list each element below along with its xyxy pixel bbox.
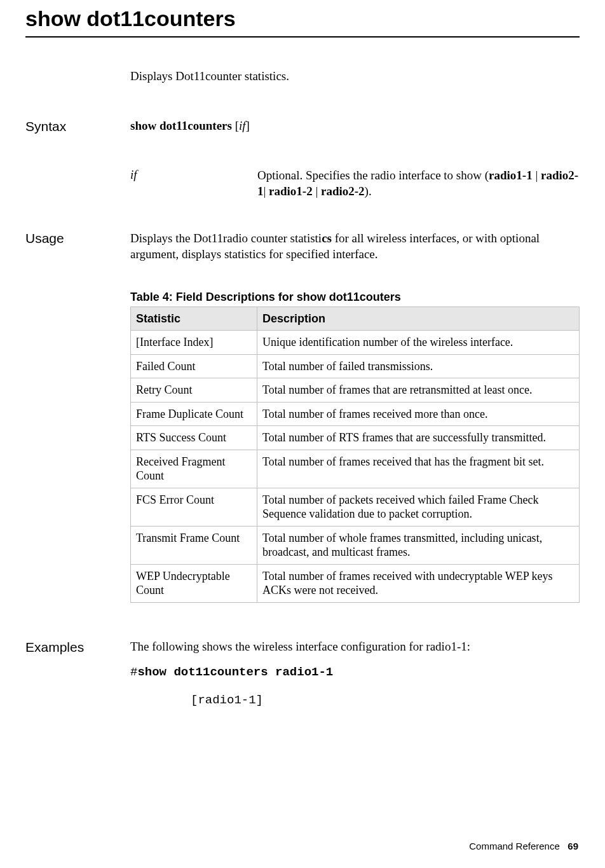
example-output-line: [radio1-1]: [191, 693, 580, 707]
param-name: if: [130, 168, 257, 182]
footer-text: Command Reference: [469, 841, 560, 851]
syntax-param-row: if Optional. Specifies the radio interfa…: [130, 168, 580, 199]
stat-cell: Received Fragment Count: [131, 450, 257, 488]
param-sep1: |: [533, 169, 541, 182]
table-row: WEP Undecryptable CountTotal number of f…: [131, 564, 580, 602]
examples-body: The following shows the wireless interfa…: [130, 640, 580, 707]
usage-label: Usage: [25, 231, 130, 246]
param-sep2: |: [264, 184, 269, 198]
desc-cell: Total number of frames that are retransm…: [257, 378, 580, 403]
param-desc-prefix: Optional. Specifies the radio interface …: [257, 169, 489, 182]
param-sep3: |: [313, 184, 321, 198]
title-rule: [25, 36, 580, 38]
syntax-body: show dot11counters [if] if Optional. Spe…: [130, 119, 580, 199]
table-header-statistic: Statistic: [131, 307, 257, 331]
stat-cell: RTS Success Count: [131, 426, 257, 450]
examples-label: Examples: [25, 640, 130, 655]
table-row: [Interface Index]Unique identification n…: [131, 331, 580, 355]
stat-cell: FCS Error Count: [131, 488, 257, 526]
desc-cell: Total number of frames received that has…: [257, 450, 580, 488]
stat-cell: Failed Count: [131, 354, 257, 378]
example-command: show dot11counters radio1-1: [137, 665, 333, 679]
usage-text-bold: cs: [322, 231, 332, 245]
stat-cell: Frame Duplicate Count: [131, 402, 257, 426]
desc-cell: Total number of whole frames transmitted…: [257, 526, 580, 564]
usage-text-before: Displays the Dot11radio counter statisti: [130, 231, 322, 245]
page-footer: Command Reference 69: [469, 841, 578, 851]
table-row: Frame Duplicate CountTotal number of fra…: [131, 402, 580, 426]
syntax-section: Syntax show dot11counters [if] if Option…: [25, 119, 580, 199]
example-command-line: #show dot11counters radio1-1: [130, 665, 580, 679]
table-header-row: Statistic Description: [131, 307, 580, 331]
table-row: RTS Success CountTotal number of RTS fra…: [131, 426, 580, 450]
param-opt3: radio1-2: [269, 184, 313, 198]
desc-cell: Total number of failed transmissions.: [257, 354, 580, 378]
param-opt4: radio2-2: [321, 184, 365, 198]
param-desc-suffix: ).: [365, 184, 372, 198]
stat-cell: Transmit Frame Count: [131, 526, 257, 564]
desc-cell: Total number of frames received more tha…: [257, 402, 580, 426]
table-header-description: Description: [257, 307, 580, 331]
usage-section: Usage Displays the Dot11radio counter st…: [25, 231, 580, 262]
syntax-label: Syntax: [25, 119, 130, 134]
stat-cell: [Interface Index]: [131, 331, 257, 355]
table-caption: Table 4: Field Descriptions for show dot…: [130, 291, 580, 304]
param-opt1: radio1-1: [489, 169, 533, 182]
field-descriptions-table: Statistic Description [Interface Index]U…: [130, 307, 580, 603]
desc-cell: Total number of packets received which f…: [257, 488, 580, 526]
syntax-command-bold: show dot11counters: [130, 119, 232, 132]
prompt-hash: #: [130, 665, 137, 679]
footer-page-number: 69: [568, 841, 578, 851]
stat-cell: WEP Undecryptable Count: [131, 564, 257, 602]
table-row: Failed CountTotal number of failed trans…: [131, 354, 580, 378]
desc-cell: Total number of RTS frames that are succ…: [257, 426, 580, 450]
examples-intro: The following shows the wireless interfa…: [130, 640, 580, 654]
param-desc: Optional. Specifies the radio interface …: [257, 168, 580, 199]
table-row: Retry CountTotal number of frames that a…: [131, 378, 580, 403]
syntax-bracket-close: ]: [246, 119, 250, 132]
desc-cell: Unique identification number of the wire…: [257, 331, 580, 355]
table-row: FCS Error CountTotal number of packets r…: [131, 488, 580, 526]
usage-body: Displays the Dot11radio counter statisti…: [130, 231, 580, 262]
desc-cell: Total number of frames received with und…: [257, 564, 580, 602]
syntax-bracket-open: [: [232, 119, 239, 132]
syntax-command-italic: if: [239, 119, 246, 132]
table-row: Received Fragment CountTotal number of f…: [131, 450, 580, 488]
stat-cell: Retry Count: [131, 378, 257, 403]
intro-text: Displays Dot11counter statistics.: [130, 69, 580, 83]
page-title: show dot11counters: [25, 6, 580, 31]
syntax-command-line: show dot11counters [if]: [130, 119, 580, 133]
examples-section: Examples The following shows the wireles…: [25, 640, 580, 707]
page: show dot11counters Displays Dot11counter…: [0, 0, 605, 868]
table-row: Transmit Frame CountTotal number of whol…: [131, 526, 580, 564]
